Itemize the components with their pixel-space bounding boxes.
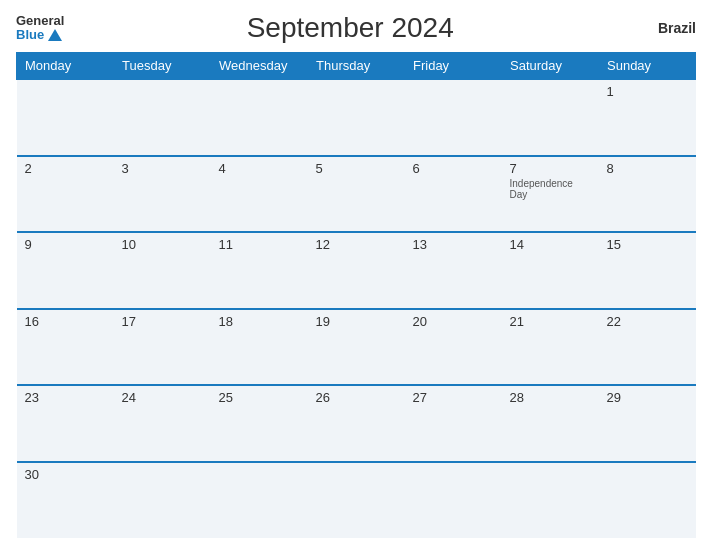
- calendar-cell: 5: [308, 156, 405, 233]
- header-monday: Monday: [17, 53, 114, 80]
- calendar-table: Monday Tuesday Wednesday Thursday Friday…: [16, 52, 696, 538]
- header: General Blue September 2024 Brazil: [16, 12, 696, 44]
- day-number: 15: [607, 237, 688, 252]
- weekday-header-row: Monday Tuesday Wednesday Thursday Friday…: [17, 53, 696, 80]
- header-friday: Friday: [405, 53, 502, 80]
- day-number: 30: [25, 467, 106, 482]
- calendar-page: General Blue September 2024 Brazil Monda…: [0, 0, 712, 550]
- day-number: 25: [219, 390, 300, 405]
- day-number: 23: [25, 390, 106, 405]
- calendar-week-row: 9101112131415: [17, 232, 696, 309]
- calendar-body: 1234567Independence Day89101112131415161…: [17, 79, 696, 538]
- day-number: 29: [607, 390, 688, 405]
- calendar-cell: [502, 79, 599, 156]
- calendar-cell: 22: [599, 309, 696, 386]
- calendar-cell: 28: [502, 385, 599, 462]
- calendar-cell: 18: [211, 309, 308, 386]
- logo-triangle-icon: [48, 29, 62, 41]
- calendar-cell: 27: [405, 385, 502, 462]
- calendar-cell: 21: [502, 309, 599, 386]
- day-number: 18: [219, 314, 300, 329]
- header-sunday: Sunday: [599, 53, 696, 80]
- calendar-week-row: 30: [17, 462, 696, 539]
- day-number: 3: [122, 161, 203, 176]
- day-number: 8: [607, 161, 688, 176]
- calendar-cell: 26: [308, 385, 405, 462]
- day-number: 27: [413, 390, 494, 405]
- day-number: 26: [316, 390, 397, 405]
- calendar-cell: 6: [405, 156, 502, 233]
- calendar-cell: 23: [17, 385, 114, 462]
- day-number: 17: [122, 314, 203, 329]
- calendar-cell: 29: [599, 385, 696, 462]
- day-number: 22: [607, 314, 688, 329]
- header-saturday: Saturday: [502, 53, 599, 80]
- calendar-cell: [114, 462, 211, 539]
- calendar-cell: [502, 462, 599, 539]
- calendar-week-row: 16171819202122: [17, 309, 696, 386]
- day-number: 10: [122, 237, 203, 252]
- calendar-cell: 30: [17, 462, 114, 539]
- day-number: 24: [122, 390, 203, 405]
- calendar-cell: 20: [405, 309, 502, 386]
- calendar-title: September 2024: [64, 12, 636, 44]
- calendar-cell: 19: [308, 309, 405, 386]
- day-number: 5: [316, 161, 397, 176]
- logo-general-text: General: [16, 14, 64, 28]
- logo-blue-text: Blue: [16, 28, 44, 42]
- calendar-cell: [114, 79, 211, 156]
- calendar-cell: 3: [114, 156, 211, 233]
- day-number: 16: [25, 314, 106, 329]
- calendar-cell: [599, 462, 696, 539]
- calendar-cell: 15: [599, 232, 696, 309]
- calendar-header: Monday Tuesday Wednesday Thursday Friday…: [17, 53, 696, 80]
- event-label: Independence Day: [510, 178, 591, 200]
- day-number: 19: [316, 314, 397, 329]
- calendar-cell: 4: [211, 156, 308, 233]
- header-tuesday: Tuesday: [114, 53, 211, 80]
- calendar-cell: 7Independence Day: [502, 156, 599, 233]
- calendar-cell: 11: [211, 232, 308, 309]
- calendar-cell: [405, 79, 502, 156]
- calendar-cell: [17, 79, 114, 156]
- day-number: 7: [510, 161, 591, 176]
- calendar-cell: [211, 79, 308, 156]
- header-wednesday: Wednesday: [211, 53, 308, 80]
- calendar-week-row: 1: [17, 79, 696, 156]
- header-thursday: Thursday: [308, 53, 405, 80]
- calendar-cell: 12: [308, 232, 405, 309]
- day-number: 13: [413, 237, 494, 252]
- day-number: 4: [219, 161, 300, 176]
- calendar-cell: 25: [211, 385, 308, 462]
- logo: General Blue: [16, 14, 64, 43]
- day-number: 21: [510, 314, 591, 329]
- day-number: 20: [413, 314, 494, 329]
- day-number: 14: [510, 237, 591, 252]
- day-number: 12: [316, 237, 397, 252]
- calendar-week-row: 234567Independence Day8: [17, 156, 696, 233]
- calendar-cell: 10: [114, 232, 211, 309]
- calendar-cell: [405, 462, 502, 539]
- day-number: 1: [607, 84, 688, 99]
- calendar-cell: 16: [17, 309, 114, 386]
- day-number: 11: [219, 237, 300, 252]
- calendar-cell: 8: [599, 156, 696, 233]
- calendar-cell: 1: [599, 79, 696, 156]
- calendar-cell: 14: [502, 232, 599, 309]
- day-number: 2: [25, 161, 106, 176]
- calendar-cell: 17: [114, 309, 211, 386]
- calendar-cell: 13: [405, 232, 502, 309]
- calendar-week-row: 23242526272829: [17, 385, 696, 462]
- calendar-cell: 24: [114, 385, 211, 462]
- calendar-cell: [308, 79, 405, 156]
- calendar-cell: 2: [17, 156, 114, 233]
- calendar-cell: [211, 462, 308, 539]
- day-number: 9: [25, 237, 106, 252]
- country-label: Brazil: [636, 20, 696, 36]
- day-number: 6: [413, 161, 494, 176]
- calendar-cell: 9: [17, 232, 114, 309]
- calendar-cell: [308, 462, 405, 539]
- day-number: 28: [510, 390, 591, 405]
